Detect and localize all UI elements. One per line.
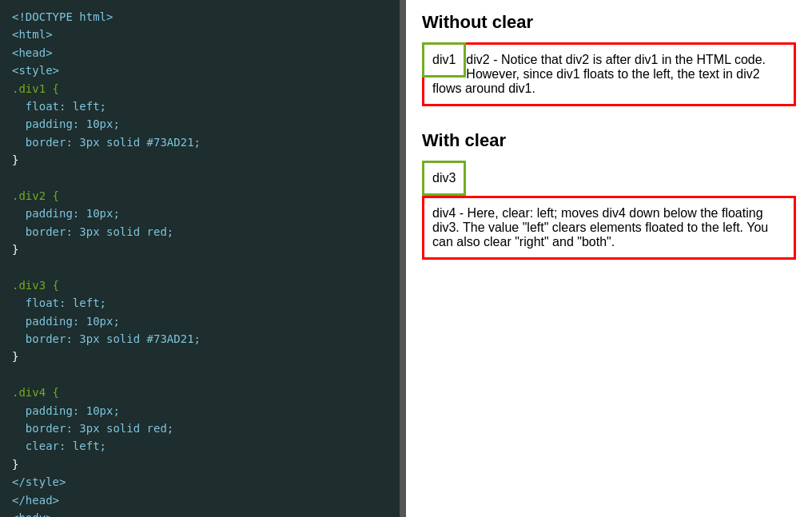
- demo-div3: div3: [422, 161, 466, 196]
- code-line-24: }: [12, 455, 388, 473]
- code-line-blank2: [12, 258, 388, 276]
- code-line-blank3: [12, 366, 388, 384]
- code-editor-panel: <!DOCTYPE html> <html> <head> <style> .d…: [0, 0, 400, 517]
- code-line-blank1: [12, 169, 388, 187]
- code-line-11: padding: 10px;: [12, 205, 388, 222]
- preview-panel: Without clear div1 div2 - Notice that di…: [406, 0, 812, 517]
- code-line-17: padding: 10px;: [12, 312, 388, 330]
- demo-div2: div2 - Notice that div2 is after div1 in…: [422, 42, 796, 106]
- code-line-18: border: 3px solid #73AD21;: [12, 330, 388, 348]
- code-line-4: <style>: [12, 62, 388, 79]
- code-line-16: float: left;: [12, 294, 388, 312]
- code-line-27: <body>: [12, 509, 388, 517]
- without-clear-title: Without clear: [422, 12, 796, 33]
- code-line-20: .div4 {: [12, 384, 388, 401]
- with-clear-demo: div3 div4 - Here, clear: left; moves div…: [422, 161, 796, 260]
- code-line-5: .div1 {: [12, 80, 388, 97]
- demo-div4: div4 - Here, clear: left; moves div4 dow…: [422, 196, 796, 260]
- code-line-13: }: [12, 241, 388, 258]
- code-line-19: }: [12, 348, 388, 365]
- code-line-21: padding: 10px;: [12, 402, 388, 420]
- code-line-26: </head>: [12, 491, 388, 509]
- code-line-25: </style>: [12, 473, 388, 491]
- with-clear-title: With clear: [422, 130, 796, 151]
- demo-div1: div1: [422, 42, 466, 78]
- code-line-23: clear: left;: [12, 437, 388, 455]
- panel-divider: [400, 0, 406, 517]
- code-line-10: .div2 {: [12, 187, 388, 205]
- code-line-12: border: 3px solid red;: [12, 223, 388, 241]
- code-line-1: <!DOCTYPE html>: [12, 8, 388, 26]
- without-clear-section: Without clear div1 div2 - Notice that di…: [422, 12, 796, 106]
- with-clear-section: With clear div3 div4 - Here, clear: left…: [422, 130, 796, 260]
- without-clear-demo: div1 div2 - Notice that div2 is after di…: [422, 42, 796, 106]
- code-line-9: }: [12, 151, 388, 169]
- code-line-22: border: 3px solid red;: [12, 420, 388, 437]
- code-line-7: padding: 10px;: [12, 115, 388, 133]
- code-line-2: <html>: [12, 26, 388, 43]
- code-line-15: .div3 {: [12, 276, 388, 294]
- code-line-3: <head>: [12, 44, 388, 62]
- code-line-6: float: left;: [12, 97, 388, 115]
- code-line-8: border: 3px solid #73AD21;: [12, 133, 388, 151]
